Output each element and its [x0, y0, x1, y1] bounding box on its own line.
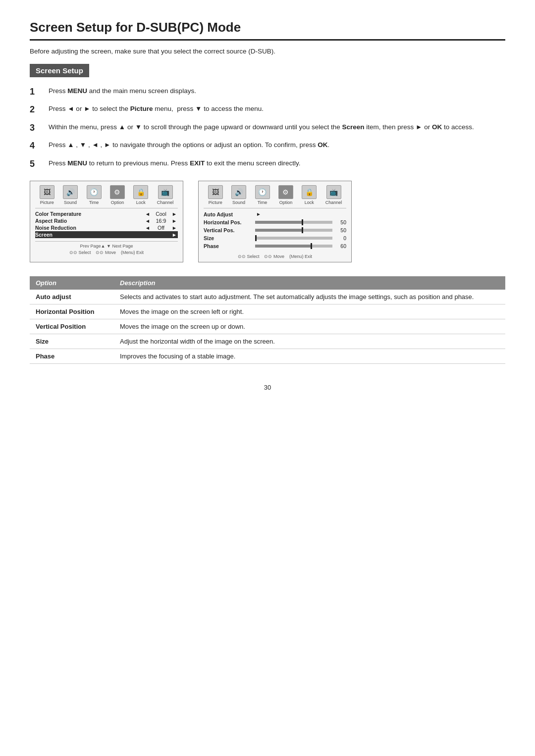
picture-label-left: Picture — [40, 200, 54, 205]
picture-label-right: Picture — [209, 200, 222, 205]
intro-text: Before adjusting the screen, make sure t… — [30, 48, 505, 55]
channel-label-right: Channel — [325, 200, 342, 205]
table-header-row: Option Description — [30, 276, 505, 290]
option-label-left: Option — [111, 200, 124, 205]
phase-value: 60 — [334, 243, 346, 249]
description-cell-0: Selects and activates to start auto adju… — [114, 290, 505, 304]
menu-icon-channel-left: 📺 Channel — [157, 185, 174, 205]
aspect-ratio-row: Aspect Ratio ◄ 16:9 ► — [35, 217, 178, 224]
step-1: 1 Press MENU and the main menu screen di… — [30, 86, 505, 98]
step-3-text: Within the menu, press ▲ or ▼ to scroll … — [49, 122, 505, 133]
option-label-right: Option — [279, 200, 293, 205]
col-option-header: Option — [30, 276, 114, 290]
table-row-4: PhaseImproves the focusing of a stable i… — [30, 349, 505, 363]
phase-bar — [255, 245, 332, 248]
step-4-num: 4 — [30, 140, 45, 151]
noise-reduction-row: Noise Reduction ◄ Off ► — [35, 224, 178, 231]
menu-icons-right: 🖼 Picture 🔊 Sound 🕐 Time ⚙ Option 🔒 Lock… — [204, 185, 346, 208]
time-icon-left: 🕐 — [87, 185, 102, 199]
steps-list: 1 Press MENU and the main menu screen di… — [30, 86, 505, 170]
prev-next-page-text: Prev Page▲ ▼ Next Page — [80, 244, 133, 249]
menu-icon-lock-left: 🔒 Lock — [133, 185, 148, 205]
option-icon-left: ⚙ — [110, 185, 125, 199]
step-3: 3 Within the menu, press ▲ or ▼ to scrol… — [30, 122, 505, 134]
description-cell-3: Adjust the horizontal width of the image… — [114, 334, 505, 349]
channel-icon-right: 📺 — [326, 185, 341, 199]
size-label: Size — [204, 235, 253, 241]
noise-reduction-arrow-l: ◄ — [144, 225, 151, 231]
menu-icon-channel-right: 📺 Channel — [325, 185, 342, 205]
lock-label-right: Lock — [305, 200, 314, 205]
menu-icon-picture-left: 🖼 Picture — [40, 185, 54, 205]
step-5-num: 5 — [30, 158, 45, 170]
menu-icon-lock-right: 🔒 Lock — [302, 185, 317, 205]
lock-icon-left: 🔒 — [133, 185, 148, 199]
picture-icon-left: 🖼 — [40, 185, 54, 199]
color-temp-value: Cool — [151, 211, 171, 217]
horizontal-pos-bar-fill — [255, 221, 302, 224]
menu-icon-option-right: ⚙ Option — [278, 185, 293, 205]
step-1-text: Press MENU and the main menu screen disp… — [49, 86, 505, 97]
time-icon-right: 🕐 — [255, 185, 270, 199]
horizontal-pos-label: Horizontal Pos. — [204, 219, 253, 225]
step-2-text: Press ◄ or ► to select the Picture menu,… — [49, 104, 505, 114]
vertical-pos-row: Vertical Pos. 50 — [204, 226, 346, 234]
option-cell-4: Phase — [30, 349, 114, 363]
aspect-ratio-label: Aspect Ratio — [35, 218, 144, 224]
table-row-3: SizeAdjust the horizontal width of the i… — [30, 334, 505, 349]
vertical-pos-marker — [302, 227, 303, 233]
aspect-ratio-value: 16:9 — [151, 218, 171, 224]
size-marker — [255, 235, 257, 241]
step-5: 5 Press MENU to return to previous menu.… — [30, 158, 505, 170]
sound-icon-right: 🔊 — [231, 185, 246, 199]
page-title: Screen Setup for D-SUB(PC) Mode — [30, 20, 505, 41]
screen-row: Screen ► — [35, 231, 178, 238]
sound-icon-left: 🔊 — [63, 185, 78, 199]
table-row-0: Auto adjustSelects and activates to star… — [30, 290, 505, 304]
vertical-pos-bar-fill — [255, 229, 302, 232]
noise-reduction-label: Noise Reduction — [35, 225, 144, 231]
step-2: 2 Press ◄ or ► to select the Picture men… — [30, 104, 505, 115]
color-temp-arrow-l: ◄ — [144, 211, 151, 217]
menu-icon-time-right: 🕐 Time — [255, 185, 270, 205]
table-row-2: Vertical PositionMoves the image on the … — [30, 319, 505, 334]
noise-reduction-arrow-r: ► — [171, 225, 178, 231]
vertical-pos-bar — [255, 229, 332, 232]
screen-label: Screen — [35, 232, 144, 238]
menu-screens-container: 🖼 Picture 🔊 Sound 🕐 Time ⚙ Option 🔒 Lock… — [30, 181, 505, 262]
phase-marker — [311, 243, 312, 249]
select-hint-left: ⊙⊙ Select — [69, 250, 91, 255]
color-temp-arrow-r: ► — [171, 211, 178, 217]
horizontal-pos-row: Horizontal Pos. 50 — [204, 218, 346, 226]
horizontal-pos-value: 50 — [334, 219, 346, 225]
time-label-left: Time — [89, 200, 99, 205]
step-4: 4 Press ▲ , ▼ , ◄ , ► to navigate throug… — [30, 140, 505, 151]
description-cell-2: Moves the image on the screen up or down… — [114, 319, 505, 334]
horizontal-pos-bar — [255, 221, 332, 224]
option-cell-0: Auto adjust — [30, 290, 114, 304]
menu-icon-picture-right: 🖼 Picture — [208, 185, 223, 205]
menu-icon-option-left: ⚙ Option — [110, 185, 125, 205]
vertical-pos-label: Vertical Pos. — [204, 227, 253, 233]
menu-screen-left: 🖼 Picture 🔊 Sound 🕐 Time ⚙ Option 🔒 Lock… — [30, 181, 183, 262]
move-hint-right: ⊙⊙ Move — [264, 254, 284, 259]
step-4-text: Press ▲ , ▼ , ◄ , ► to navigate through … — [49, 140, 505, 151]
menu-icon-sound-right: 🔊 Sound — [231, 185, 246, 205]
aspect-ratio-arrow-r: ► — [171, 218, 178, 224]
phase-row: Phase 60 — [204, 242, 346, 250]
options-table: Option Description Auto adjustSelects an… — [30, 276, 505, 364]
move-hint-left: ⊙⊙ Move — [96, 250, 116, 255]
menu-footer-bottom-right: ⊙⊙ Select ⊙⊙ Move (Menu) Exit — [204, 254, 346, 259]
time-label-right: Time — [258, 200, 268, 205]
menu-rows-left: Color Temperature ◄ Cool ► Aspect Ratio … — [35, 210, 178, 238]
option-icon-right: ⚙ — [278, 185, 293, 199]
menu-screen-right: 🖼 Picture 🔊 Sound 🕐 Time ⚙ Option 🔒 Lock… — [198, 181, 352, 262]
size-row: Size 0 — [204, 234, 346, 242]
step-2-num: 2 — [30, 104, 45, 115]
page-number: 30 — [30, 384, 505, 391]
option-cell-3: Size — [30, 334, 114, 349]
noise-reduction-value: Off — [151, 225, 171, 231]
auto-adjust-arrow: ► — [256, 211, 261, 217]
sound-label-left: Sound — [64, 200, 77, 205]
phase-label: Phase — [204, 243, 253, 249]
